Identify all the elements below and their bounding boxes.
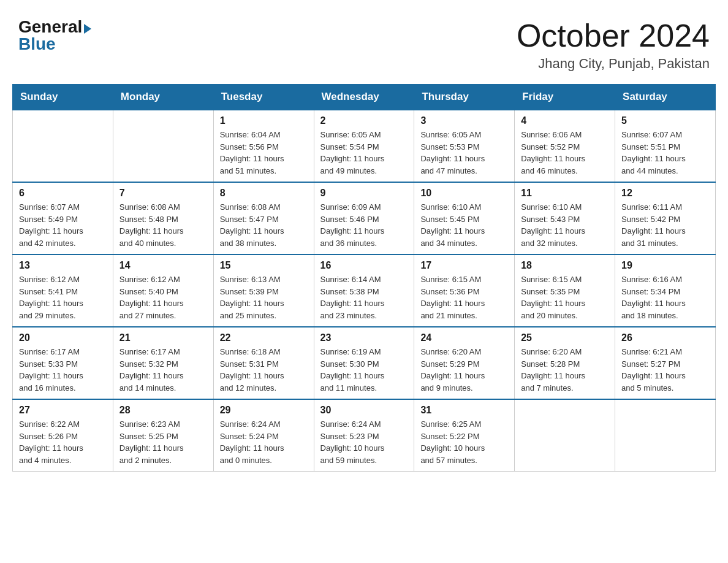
day-number: 3 bbox=[420, 115, 508, 126]
day-number: 31 bbox=[420, 405, 508, 416]
day-info: Sunrise: 6:12 AM Sunset: 5:41 PM Dayligh… bbox=[19, 274, 107, 321]
day-number: 23 bbox=[320, 332, 408, 343]
logo-arrow-icon bbox=[84, 24, 91, 34]
calendar-cell: 2Sunrise: 6:05 AM Sunset: 5:54 PM Daylig… bbox=[314, 110, 414, 182]
logo-text: General bbox=[18, 18, 91, 36]
day-info: Sunrise: 6:24 AM Sunset: 5:23 PM Dayligh… bbox=[320, 418, 408, 466]
day-number: 7 bbox=[119, 188, 207, 199]
calendar-cell: 17Sunrise: 6:15 AM Sunset: 5:36 PM Dayli… bbox=[414, 255, 515, 327]
calendar-cell: 1Sunrise: 6:04 AM Sunset: 5:56 PM Daylig… bbox=[213, 110, 314, 182]
calendar-cell: 15Sunrise: 6:13 AM Sunset: 5:39 PM Dayli… bbox=[213, 255, 314, 327]
day-info: Sunrise: 6:22 AM Sunset: 5:26 PM Dayligh… bbox=[19, 418, 107, 466]
day-info: Sunrise: 6:11 AM Sunset: 5:42 PM Dayligh… bbox=[621, 201, 709, 249]
day-info: Sunrise: 6:17 AM Sunset: 5:32 PM Dayligh… bbox=[119, 346, 207, 394]
header-saturday: Saturday bbox=[615, 85, 716, 110]
calendar-cell bbox=[13, 110, 113, 182]
title-section: October 2024 Jhang City, Punjab, Pakista… bbox=[517, 18, 710, 72]
calendar-cell: 25Sunrise: 6:20 AM Sunset: 5:28 PM Dayli… bbox=[515, 327, 615, 399]
calendar-cell: 8Sunrise: 6:08 AM Sunset: 5:47 PM Daylig… bbox=[213, 182, 314, 255]
day-info: Sunrise: 6:15 AM Sunset: 5:36 PM Dayligh… bbox=[420, 274, 508, 321]
calendar-cell: 4Sunrise: 6:06 AM Sunset: 5:52 PM Daylig… bbox=[515, 110, 615, 182]
header-sunday: Sunday bbox=[13, 85, 113, 110]
day-info: Sunrise: 6:20 AM Sunset: 5:28 PM Dayligh… bbox=[521, 346, 609, 394]
day-info: Sunrise: 6:08 AM Sunset: 5:48 PM Dayligh… bbox=[119, 201, 207, 249]
calendar-cell: 16Sunrise: 6:14 AM Sunset: 5:38 PM Dayli… bbox=[314, 255, 414, 327]
header-thursday: Thursday bbox=[414, 85, 515, 110]
day-info: Sunrise: 6:06 AM Sunset: 5:52 PM Dayligh… bbox=[521, 129, 609, 177]
day-info: Sunrise: 6:09 AM Sunset: 5:46 PM Dayligh… bbox=[320, 201, 408, 249]
week-row-1: 1Sunrise: 6:04 AM Sunset: 5:56 PM Daylig… bbox=[13, 110, 716, 182]
day-number: 4 bbox=[521, 115, 609, 126]
day-info: Sunrise: 6:08 AM Sunset: 5:47 PM Dayligh… bbox=[220, 201, 308, 249]
day-info: Sunrise: 6:13 AM Sunset: 5:39 PM Dayligh… bbox=[220, 274, 308, 321]
day-info: Sunrise: 6:07 AM Sunset: 5:49 PM Dayligh… bbox=[19, 201, 107, 249]
calendar-cell: 13Sunrise: 6:12 AM Sunset: 5:41 PM Dayli… bbox=[13, 255, 113, 327]
calendar-cell: 12Sunrise: 6:11 AM Sunset: 5:42 PM Dayli… bbox=[615, 182, 716, 255]
calendar-cell: 31Sunrise: 6:25 AM Sunset: 5:22 PM Dayli… bbox=[414, 399, 515, 472]
logo-blue: Blue bbox=[18, 34, 56, 53]
day-number: 18 bbox=[521, 260, 609, 271]
day-number: 6 bbox=[19, 188, 107, 199]
day-info: Sunrise: 6:19 AM Sunset: 5:30 PM Dayligh… bbox=[320, 346, 408, 394]
location: Jhang City, Punjab, Pakistan bbox=[517, 56, 710, 72]
header-friday: Friday bbox=[515, 85, 615, 110]
day-number: 17 bbox=[420, 260, 508, 271]
calendar-cell: 20Sunrise: 6:17 AM Sunset: 5:33 PM Dayli… bbox=[13, 327, 113, 399]
calendar-cell bbox=[515, 399, 615, 472]
day-info: Sunrise: 6:20 AM Sunset: 5:29 PM Dayligh… bbox=[420, 346, 508, 394]
week-row-2: 6Sunrise: 6:07 AM Sunset: 5:49 PM Daylig… bbox=[13, 182, 716, 255]
calendar-cell: 3Sunrise: 6:05 AM Sunset: 5:53 PM Daylig… bbox=[414, 110, 515, 182]
logo: General Blue bbox=[18, 18, 91, 53]
day-number: 25 bbox=[521, 332, 609, 343]
day-number: 16 bbox=[320, 260, 408, 271]
day-number: 21 bbox=[119, 332, 207, 343]
day-info: Sunrise: 6:15 AM Sunset: 5:35 PM Dayligh… bbox=[521, 274, 609, 321]
day-number: 20 bbox=[19, 332, 107, 343]
calendar-cell: 5Sunrise: 6:07 AM Sunset: 5:51 PM Daylig… bbox=[615, 110, 716, 182]
day-number: 2 bbox=[320, 115, 408, 126]
day-number: 19 bbox=[621, 260, 709, 271]
calendar-cell: 6Sunrise: 6:07 AM Sunset: 5:49 PM Daylig… bbox=[13, 182, 113, 255]
calendar-cell: 29Sunrise: 6:24 AM Sunset: 5:24 PM Dayli… bbox=[213, 399, 314, 472]
day-info: Sunrise: 6:04 AM Sunset: 5:56 PM Dayligh… bbox=[220, 129, 308, 177]
day-number: 26 bbox=[621, 332, 709, 343]
day-number: 14 bbox=[119, 260, 207, 271]
day-info: Sunrise: 6:24 AM Sunset: 5:24 PM Dayligh… bbox=[220, 418, 308, 466]
logo-general: General bbox=[18, 17, 82, 36]
calendar-cell: 10Sunrise: 6:10 AM Sunset: 5:45 PM Dayli… bbox=[414, 182, 515, 255]
calendar-cell: 24Sunrise: 6:20 AM Sunset: 5:29 PM Dayli… bbox=[414, 327, 515, 399]
day-info: Sunrise: 6:12 AM Sunset: 5:40 PM Dayligh… bbox=[119, 274, 207, 321]
calendar-cell: 28Sunrise: 6:23 AM Sunset: 5:25 PM Dayli… bbox=[113, 399, 213, 472]
day-number: 13 bbox=[19, 260, 107, 271]
month-title: October 2024 bbox=[517, 18, 710, 53]
day-number: 11 bbox=[521, 188, 609, 199]
header-wednesday: Wednesday bbox=[314, 85, 414, 110]
calendar-cell: 18Sunrise: 6:15 AM Sunset: 5:35 PM Dayli… bbox=[515, 255, 615, 327]
calendar-cell: 27Sunrise: 6:22 AM Sunset: 5:26 PM Dayli… bbox=[13, 399, 113, 472]
day-info: Sunrise: 6:10 AM Sunset: 5:43 PM Dayligh… bbox=[521, 201, 609, 249]
day-number: 5 bbox=[621, 115, 709, 126]
day-number: 8 bbox=[220, 188, 308, 199]
day-info: Sunrise: 6:05 AM Sunset: 5:54 PM Dayligh… bbox=[320, 129, 408, 177]
day-number: 29 bbox=[220, 405, 308, 416]
calendar-cell: 26Sunrise: 6:21 AM Sunset: 5:27 PM Dayli… bbox=[615, 327, 716, 399]
page-header: General Blue October 2024 Jhang City, Pu… bbox=[12, 12, 716, 72]
day-info: Sunrise: 6:10 AM Sunset: 5:45 PM Dayligh… bbox=[420, 201, 508, 249]
calendar-cell: 14Sunrise: 6:12 AM Sunset: 5:40 PM Dayli… bbox=[113, 255, 213, 327]
header-tuesday: Tuesday bbox=[213, 85, 314, 110]
day-info: Sunrise: 6:23 AM Sunset: 5:25 PM Dayligh… bbox=[119, 418, 207, 466]
calendar-cell: 30Sunrise: 6:24 AM Sunset: 5:23 PM Dayli… bbox=[314, 399, 414, 472]
day-info: Sunrise: 6:25 AM Sunset: 5:22 PM Dayligh… bbox=[420, 418, 508, 466]
logo-blue-text: Blue bbox=[18, 36, 56, 53]
day-number: 28 bbox=[119, 405, 207, 416]
calendar-cell: 7Sunrise: 6:08 AM Sunset: 5:48 PM Daylig… bbox=[113, 182, 213, 255]
week-row-4: 20Sunrise: 6:17 AM Sunset: 5:33 PM Dayli… bbox=[13, 327, 716, 399]
day-info: Sunrise: 6:17 AM Sunset: 5:33 PM Dayligh… bbox=[19, 346, 107, 394]
day-info: Sunrise: 6:21 AM Sunset: 5:27 PM Dayligh… bbox=[621, 346, 709, 394]
calendar-cell: 19Sunrise: 6:16 AM Sunset: 5:34 PM Dayli… bbox=[615, 255, 716, 327]
header-monday: Monday bbox=[113, 85, 213, 110]
calendar-cell: 21Sunrise: 6:17 AM Sunset: 5:32 PM Dayli… bbox=[113, 327, 213, 399]
day-info: Sunrise: 6:07 AM Sunset: 5:51 PM Dayligh… bbox=[621, 129, 709, 177]
week-row-5: 27Sunrise: 6:22 AM Sunset: 5:26 PM Dayli… bbox=[13, 399, 716, 472]
calendar-cell: 9Sunrise: 6:09 AM Sunset: 5:46 PM Daylig… bbox=[314, 182, 414, 255]
